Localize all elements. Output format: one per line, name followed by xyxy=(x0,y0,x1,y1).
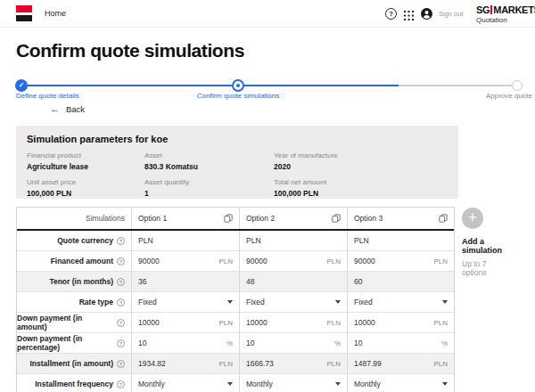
apps-grid-icon[interactable] xyxy=(404,8,414,24)
sg-logo[interactable] xyxy=(16,5,32,21)
table-row-quote-currency: Quote currency ? PLN PLN PLN xyxy=(17,231,454,250)
quote-currency-input[interactable]: PLN xyxy=(347,231,454,250)
field-asset-quantity: Asset quantity 1 xyxy=(144,178,274,198)
table-header-row: Simulations Option 1 Option 2 Option 3 xyxy=(17,208,454,231)
home-link[interactable]: Home xyxy=(45,0,66,27)
step-approve-label: Approve quote xyxy=(486,92,532,100)
page-title: Confirm quote simulations xyxy=(16,40,244,61)
chevron-down-icon xyxy=(335,300,341,304)
add-simulation-block: + Add a simulation Up to 7 options xyxy=(462,208,526,278)
chevron-down-icon xyxy=(442,382,448,386)
down-payment-percentage-input[interactable]: 10% xyxy=(239,333,347,353)
info-icon[interactable]: ? xyxy=(117,380,125,388)
info-icon[interactable]: ? xyxy=(117,257,125,265)
rate-type-select[interactable]: Fixed xyxy=(239,292,347,312)
field-financial-product: Financial product Agriculture lease xyxy=(27,151,144,171)
chevron-down-icon xyxy=(227,300,233,304)
info-icon[interactable]: ? xyxy=(117,278,125,286)
corner-label: Simulations xyxy=(17,208,131,229)
down-payment-percentage-input[interactable]: 10% xyxy=(347,333,454,353)
brand-markets: MARKETS xyxy=(493,4,535,15)
plus-icon: + xyxy=(468,208,477,225)
add-simulation-hint: Up to 7 options xyxy=(462,259,498,278)
panel-title: Simulation parameters for koe xyxy=(27,134,448,144)
copy-icon[interactable] xyxy=(224,214,233,223)
field-year-of-manufacture: Year of manufacture 2020 xyxy=(274,151,448,171)
rate-type-select[interactable]: Fixed xyxy=(347,292,454,312)
chevron-down-icon xyxy=(442,300,448,304)
sg-markets-brand: SG MARKETS Quotation xyxy=(476,4,535,24)
table-row-financed-amount: Financed amount ? 90000PLN 90000PLN 9000… xyxy=(17,250,454,271)
info-icon[interactable]: ? xyxy=(117,298,125,306)
top-bar: Home ? Sign out SG MARKETS Quotation xyxy=(0,0,535,28)
down-payment-amount-input[interactable]: 10000PLN xyxy=(131,313,239,332)
table-row-installment-frequency: Installment frequency ? Monthly Monthly … xyxy=(17,373,454,392)
brand-product: Quotation xyxy=(476,16,535,24)
table-row-tenor: Tenor (in months) ? 36 48 60 xyxy=(17,271,454,291)
back-label: Back xyxy=(66,104,85,114)
step-define-label[interactable]: Define quote details xyxy=(16,92,79,100)
add-simulation-button[interactable]: + xyxy=(462,208,483,229)
field-unit-asset-price: Unit asset price 100,000 PLN xyxy=(27,178,144,198)
installment-amount-value: 1934.82PLN xyxy=(131,354,239,373)
table-row-rate-type: Rate type ? Fixed Fixed Fixed xyxy=(17,291,454,312)
sign-out-button[interactable]: Sign out xyxy=(439,0,464,27)
financed-amount-input[interactable]: 90000PLN xyxy=(131,251,239,271)
step-confirm-label[interactable]: Confirm quote simulations xyxy=(197,92,279,100)
back-button[interactable]: ← Back xyxy=(50,103,85,114)
tenor-value: 60 xyxy=(347,272,454,291)
back-arrow-icon: ← xyxy=(50,103,60,114)
table-row-down-payment-amount: Down payment (in amount) ? 10000PLN 1000… xyxy=(17,312,454,332)
info-icon[interactable]: ? xyxy=(117,319,125,327)
financed-amount-input[interactable]: 90000PLN xyxy=(347,251,454,271)
stepper-track-upcoming xyxy=(399,85,517,86)
step-define-circle[interactable]: ✓ xyxy=(15,79,28,92)
quote-currency-input[interactable]: PLN xyxy=(131,231,239,250)
simulation-parameters-panel: Simulation parameters for koe Financial … xyxy=(16,126,458,199)
column-header-option-3: Option 3 xyxy=(347,208,454,229)
stepper-track-completed xyxy=(21,85,399,86)
info-icon[interactable]: ? xyxy=(117,339,125,347)
info-icon[interactable]: ? xyxy=(117,237,125,245)
financed-amount-input[interactable]: 90000PLN xyxy=(239,251,347,271)
installment-amount-value: 1487.99PLN xyxy=(347,354,454,373)
tenor-value: 36 xyxy=(131,272,239,291)
copy-icon[interactable] xyxy=(332,214,341,223)
brand-red-bar xyxy=(490,5,492,14)
down-payment-amount-input[interactable]: 10000PLN xyxy=(239,313,347,332)
quote-currency-input[interactable]: PLN xyxy=(239,231,347,250)
column-header-option-1: Option 1 xyxy=(131,208,239,229)
account-icon[interactable] xyxy=(421,7,432,23)
down-payment-percentage-input[interactable]: 10% xyxy=(131,333,239,353)
field-total-net-amount: Total net amount 100,000 PLN xyxy=(274,178,448,198)
copy-icon[interactable] xyxy=(439,214,448,223)
info-icon[interactable]: ? xyxy=(117,360,125,368)
simulations-table: Simulations Option 1 Option 2 Option 3 Q… xyxy=(16,207,455,392)
rate-type-select[interactable]: Fixed xyxy=(131,292,239,312)
table-row-down-payment-percentage: Down payment (in percentage) ? 10% 10% 1… xyxy=(17,332,454,353)
column-header-option-2: Option 2 xyxy=(239,208,347,229)
installment-frequency-select[interactable]: Monthly xyxy=(347,374,454,392)
chevron-down-icon xyxy=(335,382,341,386)
add-simulation-label[interactable]: Add a simulation xyxy=(462,237,505,256)
installment-amount-value: 1666.73PLN xyxy=(239,354,347,373)
down-payment-amount-input[interactable]: 10000PLN xyxy=(347,313,454,332)
tenor-value: 48 xyxy=(239,272,347,291)
step-approve-circle xyxy=(512,80,523,91)
chevron-down-icon xyxy=(227,382,233,386)
step-confirm-circle[interactable] xyxy=(232,79,244,92)
brand-sg: SG xyxy=(476,4,490,15)
table-row-installment-amount: Installment (in amount) ? 1934.82PLN 166… xyxy=(17,353,454,373)
field-asset: Asset 830.3 Komatsu xyxy=(144,151,274,171)
installment-frequency-select[interactable]: Monthly xyxy=(239,374,347,392)
installment-frequency-select[interactable]: Monthly xyxy=(131,374,239,392)
help-icon[interactable]: ? xyxy=(385,8,397,20)
